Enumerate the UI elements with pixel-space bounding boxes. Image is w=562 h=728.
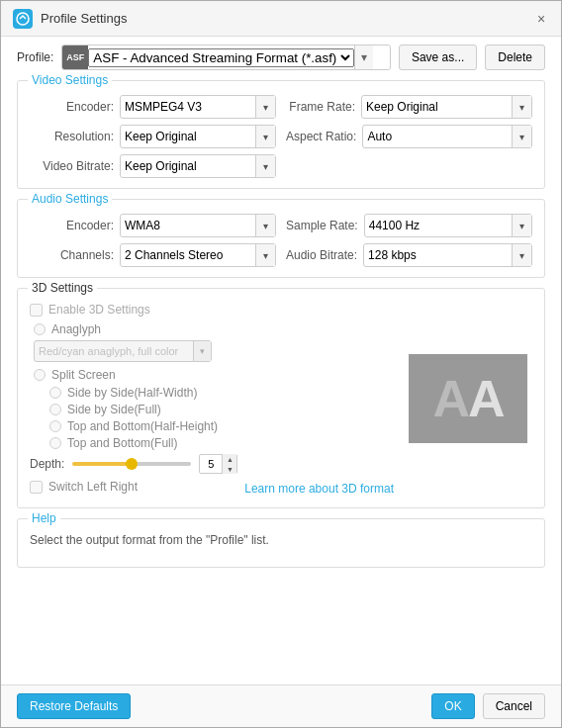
audio-right-col: Sample Rate: 44100 Hz ▾ Audio Bitrate: [286,214,532,267]
video-bitrate-select[interactable]: Keep Original [121,159,275,173]
switch-lr-checkbox[interactable] [30,481,43,494]
title-bar: Profile Settings × [1,1,561,37]
channels-select[interactable]: 2 Channels Stereo [121,248,275,262]
depth-value-input[interactable] [200,458,222,470]
dialog: Profile Settings × Profile: ASF ASF - Ad… [0,0,562,728]
side-by-side-full-radio[interactable] [49,404,61,415]
resolution-row: Resolution: Keep Original ▾ [30,125,276,148]
sample-rate-select[interactable]: 44100 Hz [365,219,531,232]
frame-rate-select-wrap: Keep Original ▾ [361,95,532,119]
ok-button[interactable]: OK [431,693,474,719]
profile-row: Profile: ASF ASF - Advanced Streaming Fo… [17,45,545,70]
top-bottom-half-radio[interactable] [49,420,61,432]
audio-left-col: Encoder: WMA8 ▾ Channels: 2 Channels [30,214,276,267]
title-bar-left: Profile Settings [13,9,127,29]
depth-arrows: ▲ ▼ [222,454,236,474]
footer: Restore Defaults OK Cancel [1,684,561,727]
audio-bitrate-select-wrap: 128 kbps ▾ [363,243,532,267]
depth-number-wrap: ▲ ▼ [199,454,237,474]
encoder-row: Encoder: MSMPEG4 V3 ▾ [30,95,276,119]
aspect-ratio-select[interactable]: Auto [363,130,531,143]
top-bottom-full-label: Top and Bottom(Full) [67,436,177,450]
side-by-side-half-label: Side by Side(Half-Width) [67,386,197,400]
side-by-side-full-label: Side by Side(Full) [67,403,161,416]
help-text: Select the output format from the "Profi… [30,533,532,547]
channels-label: Channels: [30,248,114,262]
help-section: Help Select the output format from the "… [17,518,545,568]
profile-icon: ASF [62,46,88,69]
aa-text: AA [432,369,503,428]
audio-encoder-select-wrap: WMA8 ▾ [120,214,276,237]
video-settings-section: Video Settings Encoder: MSMPEG4 V3 ▾ [17,80,545,189]
profile-select-wrap: ASF ASF - Advanced Streaming Format (*.a… [61,45,391,70]
enable-3d-checkbox[interactable] [30,304,43,317]
aspect-ratio-row: Aspect Ratio: Auto ▾ [286,125,532,148]
top-bottom-half-label: Top and Bottom(Half-Height) [67,419,218,433]
split-screen-radio[interactable] [34,369,46,381]
cancel-button[interactable]: Cancel [483,693,545,719]
video-bitrate-row: Video Bitrate: Keep Original ▾ [30,154,276,178]
learn-more-link[interactable]: Learn more about 3D format [244,482,394,496]
dialog-title: Profile Settings [41,11,127,26]
video-bitrate-select-wrap: Keep Original ▾ [120,154,276,178]
sample-rate-row: Sample Rate: 44100 Hz ▾ [286,214,532,237]
three-d-left: Enable 3D Settings Anaglyph Red/cyan ana… [30,303,394,498]
audio-encoder-select[interactable]: WMA8 [121,219,275,232]
split-screen-radio-row: Split Screen [30,368,394,382]
anaglyph-label: Anaglyph [51,322,101,336]
sample-rate-label: Sample Rate: [286,219,358,232]
anaglyph-radio-row: Anaglyph [30,322,394,336]
encoder-select-wrap: MSMPEG4 V3 ▾ [120,95,276,119]
resolution-select[interactable]: Keep Original [121,130,275,143]
depth-row: Depth: ▲ ▼ [30,454,394,474]
profile-label: Profile: [17,50,53,64]
enable-3d-label: Enable 3D Settings [48,303,150,317]
content-area: Profile: ASF ASF - Advanced Streaming Fo… [1,37,561,684]
depth-down-button[interactable]: ▼ [223,464,236,474]
three-d-right: AA [404,299,532,498]
aa-left: A [432,370,468,427]
save-as-button[interactable]: Save as... [399,45,477,70]
sample-rate-select-wrap: 44100 Hz ▾ [364,214,532,237]
audio-bitrate-row: Audio Bitrate: 128 kbps ▾ [286,243,532,267]
frame-rate-row: Frame Rate: Keep Original ▾ [286,95,532,119]
audio-settings-title: Audio Settings [28,192,112,206]
top-bottom-full-radio[interactable] [49,437,61,449]
audio-bitrate-select[interactable]: 128 kbps [364,248,531,262]
top-bottom-half-row: Top and Bottom(Half-Height) [30,419,394,433]
encoder-select[interactable]: MSMPEG4 V3 [121,100,275,114]
switch-lr-label: Switch Left Right [48,480,138,494]
audio-encoder-label: Encoder: [30,219,114,232]
profile-select[interactable]: ASF - Advanced Streaming Format (*.asf) [88,48,354,67]
svg-point-0 [17,13,29,25]
aspect-ratio-select-wrap: Auto ▾ [362,125,532,148]
encoder-label: Encoder: [30,100,114,114]
audio-encoder-row: Encoder: WMA8 ▾ [30,214,276,237]
depth-up-button[interactable]: ▲ [223,454,236,464]
video-left-col: Encoder: MSMPEG4 V3 ▾ Resolution: Ke [30,95,276,178]
frame-rate-select[interactable]: Keep Original [362,100,531,114]
aspect-ratio-label: Aspect Ratio: [286,130,356,143]
resolution-select-wrap: Keep Original ▾ [120,125,276,148]
video-right-col: Frame Rate: Keep Original ▾ Aspect Ratio… [286,95,532,178]
delete-button[interactable]: Delete [485,45,545,70]
frame-rate-label: Frame Rate: [286,100,355,114]
help-title: Help [28,511,60,525]
app-icon [13,9,33,29]
resolution-label: Resolution: [30,130,114,143]
close-button[interactable]: × [533,11,549,27]
video-settings-title: Video Settings [28,73,112,87]
aa-right: A [468,370,504,427]
video-settings-grid: Encoder: MSMPEG4 V3 ▾ Resolution: Ke [30,95,532,178]
audio-settings-grid: Encoder: WMA8 ▾ Channels: 2 Channels [30,214,532,267]
channels-row: Channels: 2 Channels Stereo ▾ [30,243,276,267]
side-by-side-half-radio[interactable] [49,387,61,399]
depth-slider[interactable] [72,462,191,466]
anaglyph-radio[interactable] [34,323,46,335]
footer-right: OK Cancel [431,693,545,719]
enable-3d-row: Enable 3D Settings [30,303,394,317]
restore-defaults-button[interactable]: Restore Defaults [17,693,131,719]
anaglyph-select[interactable]: Red/cyan anaglyph, full color [35,345,211,357]
side-by-side-full-row: Side by Side(Full) [30,403,394,416]
channels-select-wrap: 2 Channels Stereo ▾ [120,243,276,267]
